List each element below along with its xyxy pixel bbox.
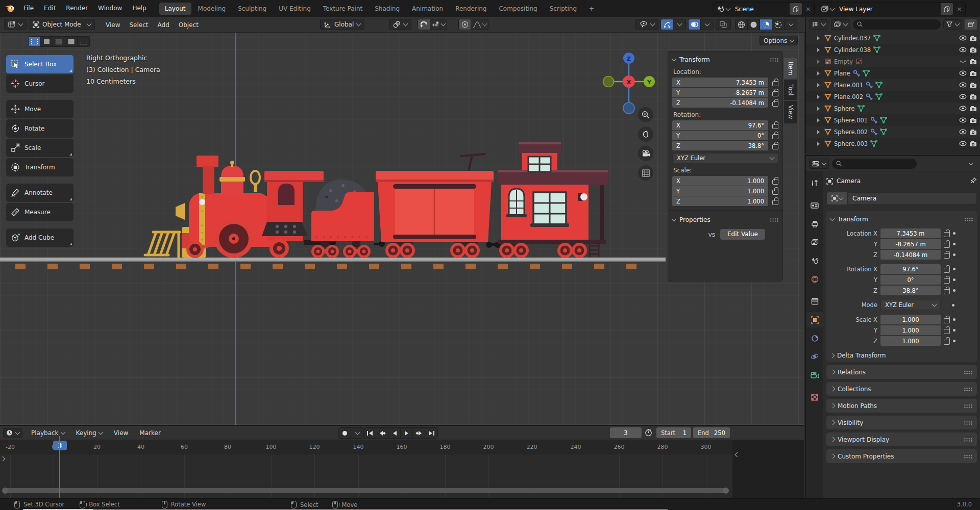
tab-collection[interactable] bbox=[806, 294, 823, 309]
outliner-row-plane[interactable]: Plane bbox=[806, 67, 980, 79]
timeline-menu-playback[interactable]: Playback bbox=[27, 429, 69, 437]
disable-render-camera-icon[interactable] bbox=[969, 35, 977, 41]
overlays-settings-dropdown[interactable] bbox=[701, 19, 713, 30]
editor-type-button[interactable] bbox=[4, 19, 27, 30]
prop-rotation-y[interactable]: 0° bbox=[880, 275, 941, 285]
edit-value-button[interactable]: Edit Value bbox=[720, 229, 765, 240]
play-button[interactable] bbox=[401, 428, 413, 438]
disable-render-camera-icon[interactable] bbox=[969, 47, 977, 53]
select-mode-subtract-button[interactable] bbox=[53, 37, 65, 46]
scene-browse-button[interactable] bbox=[714, 3, 733, 15]
prop-rotation-mode-dropdown[interactable]: XYZ Euler bbox=[880, 300, 941, 310]
workspace-tab-sculpting[interactable]: Sculpting bbox=[232, 3, 272, 15]
panel-drag-handle[interactable] bbox=[964, 454, 972, 458]
current-frame-field[interactable]: 3 bbox=[610, 427, 642, 438]
custom-properties-panel-header[interactable]: Custom Properties bbox=[826, 449, 977, 463]
view-layer-browse-button[interactable] bbox=[818, 3, 837, 15]
snap-toggle[interactable] bbox=[418, 19, 430, 30]
snap-settings-dropdown[interactable] bbox=[430, 19, 447, 30]
zoom-button[interactable] bbox=[638, 107, 653, 122]
timeline-ruler[interactable]: -20 0 20 40 60 80 100 120 140 160 180 20… bbox=[0, 440, 732, 454]
panel-drag-handle[interactable] bbox=[770, 58, 778, 62]
lock-icon[interactable] bbox=[772, 134, 778, 139]
frame-start-field[interactable]: Start1 bbox=[656, 427, 691, 438]
lock-icon[interactable] bbox=[772, 190, 778, 195]
lock-icon[interactable] bbox=[772, 144, 778, 149]
tab-world[interactable] bbox=[806, 271, 823, 287]
workspace-tab-scripting[interactable]: Scripting bbox=[544, 3, 582, 15]
location-y-field[interactable]: Y-8.2657 m bbox=[672, 88, 768, 97]
tool-rotate[interactable]: Rotate bbox=[6, 119, 74, 138]
workspace-tab-shading[interactable]: Shading bbox=[369, 3, 405, 15]
view-layer-remove-button[interactable]: × bbox=[953, 5, 965, 13]
sidebar-tab-view[interactable]: View bbox=[784, 101, 797, 123]
scale-y-field[interactable]: Y1.000 bbox=[672, 186, 768, 196]
tool-annotate[interactable]: Annotate bbox=[6, 184, 74, 202]
lock-icon[interactable] bbox=[944, 232, 950, 237]
3d-viewport[interactable]: Options Select Box Cursor Move Rotate bbox=[0, 33, 804, 425]
scene-name[interactable]: Scene bbox=[733, 6, 789, 13]
previous-keyframe-button[interactable] bbox=[376, 428, 388, 438]
tool-measure[interactable]: Measure bbox=[6, 203, 74, 221]
tab-physics[interactable] bbox=[806, 349, 823, 364]
lock-icon[interactable] bbox=[944, 329, 950, 334]
hide-viewport-eye-icon[interactable] bbox=[959, 129, 967, 135]
tool-add-cube[interactable]: Add Cube bbox=[6, 228, 74, 247]
tab-tool[interactable] bbox=[806, 175, 823, 191]
hide-viewport-eye-icon[interactable] bbox=[959, 82, 967, 88]
panel-drag-handle[interactable] bbox=[964, 387, 972, 391]
viewport-menu-select[interactable]: Select bbox=[125, 21, 153, 29]
xray-toggle[interactable] bbox=[716, 19, 731, 30]
prop-scale-y[interactable]: 1.000 bbox=[880, 325, 941, 335]
panel-drag-handle[interactable] bbox=[964, 217, 973, 221]
outliner-display-mode-dropdown[interactable] bbox=[809, 19, 828, 30]
rotation-z-field[interactable]: Z38.8° bbox=[672, 141, 768, 150]
panel-drag-handle[interactable] bbox=[964, 370, 972, 374]
playhead-line[interactable] bbox=[59, 436, 60, 498]
disable-render-camera-icon[interactable] bbox=[969, 70, 977, 76]
viewport-display-panel-header[interactable]: Viewport Display bbox=[826, 432, 977, 446]
auto-keying-toggle[interactable] bbox=[339, 428, 351, 438]
panel-drag-handle[interactable] bbox=[964, 404, 972, 408]
outliner-filter-dropdown[interactable] bbox=[943, 19, 962, 30]
hide-viewport-eye-icon[interactable] bbox=[959, 106, 967, 111]
disable-render-camera-icon[interactable] bbox=[969, 129, 977, 135]
prop-rotation-x[interactable]: 97.6° bbox=[880, 264, 941, 274]
menu-help[interactable]: Help bbox=[127, 0, 151, 17]
disable-render-camera-icon[interactable] bbox=[969, 82, 977, 88]
collections-panel-header[interactable]: Collections bbox=[826, 382, 977, 396]
tab-constraints[interactable] bbox=[806, 330, 823, 346]
visibility-panel-header[interactable]: Visibility bbox=[826, 416, 977, 429]
shading-solid-button[interactable] bbox=[748, 19, 760, 30]
hide-viewport-eye-icon[interactable] bbox=[959, 117, 967, 123]
timeline-editor-type-button[interactable] bbox=[3, 428, 22, 438]
select-mode-invert-button[interactable] bbox=[65, 37, 78, 46]
lock-icon[interactable] bbox=[772, 91, 778, 96]
properties-filter-dropdown[interactable] bbox=[969, 160, 974, 165]
next-keyframe-button[interactable] bbox=[413, 428, 425, 438]
timeline-track-area[interactable] bbox=[0, 454, 732, 498]
outliner-row-empty[interactable]: Empty bbox=[806, 56, 980, 67]
mode-dropdown[interactable]: Object Mode bbox=[29, 19, 95, 30]
select-mode-new-button[interactable] bbox=[29, 37, 41, 46]
tool-move[interactable]: Move bbox=[6, 100, 74, 118]
outliner-row-sphere-002[interactable]: Sphere.002 bbox=[806, 126, 980, 138]
eye-closed-icon[interactable] bbox=[959, 59, 967, 64]
pin-icon[interactable] bbox=[970, 177, 977, 185]
panel-drag-handle[interactable] bbox=[770, 218, 778, 222]
tab-view-layer[interactable] bbox=[806, 235, 823, 250]
animate-dot[interactable] bbox=[953, 318, 955, 321]
show-object-types-dropdown[interactable] bbox=[635, 19, 658, 30]
jump-to-start-button[interactable] bbox=[364, 428, 376, 438]
hide-viewport-eye-icon[interactable] bbox=[959, 70, 967, 76]
timeline-expand-channels-icon[interactable] bbox=[1, 456, 6, 462]
lock-icon[interactable] bbox=[944, 243, 950, 248]
lock-icon[interactable] bbox=[944, 289, 950, 294]
motion-paths-panel-header[interactable]: Motion Paths bbox=[826, 399, 977, 413]
blender-logo-icon[interactable] bbox=[4, 3, 16, 15]
viewport-menu-view[interactable]: View bbox=[101, 21, 125, 29]
workspace-tab-texture-paint[interactable]: Texture Paint bbox=[317, 3, 368, 15]
relations-panel-header[interactable]: Relations bbox=[826, 365, 977, 379]
menu-window[interactable]: Window bbox=[93, 0, 127, 17]
workspace-tab-compositing[interactable]: Compositing bbox=[493, 3, 543, 15]
